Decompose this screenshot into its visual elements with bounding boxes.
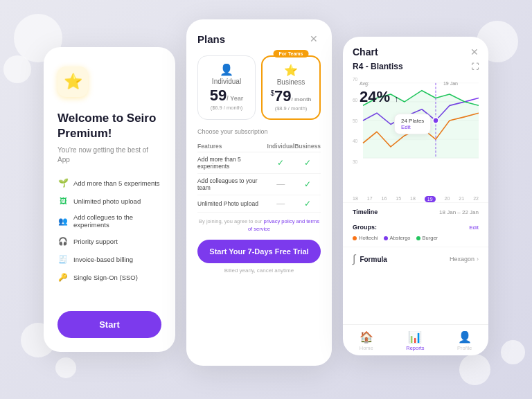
welcome-title: Welcome to Seiro Premium! — [57, 111, 161, 141]
features-table: Features Individual Business Add more th… — [197, 141, 321, 213]
date-label: 19 Jan — [443, 81, 458, 86]
chart-subtitle: R4 - Blantiss ⛶ — [343, 62, 488, 76]
business-price: $79/ month — [268, 89, 314, 104]
formula-right: Hexagon › — [450, 256, 479, 263]
timeline-row: Timeline 18 Jan – 22 Jan — [343, 202, 488, 221]
business-check: ✓ — [294, 152, 321, 174]
chart-stats-area: Avg: 19 Jan 24% ↑ 70 60 50 40 30 — [353, 76, 479, 200]
chart-close-button[interactable]: ✕ — [470, 46, 479, 57]
nav-reports-label: Reports — [406, 345, 424, 351]
expand-icon[interactable]: ⛶ — [471, 62, 479, 71]
feature-text: Invoice-based billing — [73, 256, 133, 263]
invoice-icon: 🧾 — [57, 254, 69, 265]
business-check: ✓ — [294, 174, 321, 195]
feature-text: Unlimited photo upload — [73, 197, 141, 205]
percent-value: 24% ↑ — [360, 88, 398, 106]
timeline-label: Timeline — [353, 209, 378, 215]
table-row: Add more than 5 experiments ✓ ✓ — [197, 152, 321, 174]
feature-name: Add colleagues to your team — [197, 174, 267, 195]
individual-check: — — [267, 174, 295, 195]
formula-label: Formula — [360, 256, 387, 263]
individual-per-month: ($6.9 / month) — [204, 105, 249, 111]
star-icon: ⭐ — [64, 73, 82, 91]
star-icon-wrap: ⭐ — [57, 66, 88, 97]
groups-label: Groups: — [353, 224, 377, 231]
chart-card: Chart ✕ R4 - Blantiss ⛶ Avg: 19 Jan 24% … — [343, 37, 488, 355]
feature-text: Add collegues to the experiments — [73, 213, 161, 229]
table-row: Unlimited Photo upload — ✓ — [197, 195, 321, 213]
close-button[interactable]: ✕ — [307, 32, 321, 46]
groups-edit-button[interactable]: Edit — [469, 224, 479, 231]
nav-profile-label: Profile — [457, 345, 472, 351]
start-button[interactable]: Start — [57, 311, 161, 338]
tooltip-plates: 24 Plates — [401, 118, 424, 124]
hottechi-dot — [353, 236, 357, 240]
nav-home[interactable]: 🏠 Home — [360, 330, 373, 351]
welcome-card: ⭐ Welcome to Seiro Premium! You're now g… — [44, 47, 175, 352]
subscription-label: Choose your subscription — [197, 128, 321, 135]
individual-price: 59/ Year — [204, 88, 249, 103]
welcome-subtitle: You're now getting the best of App — [57, 145, 161, 165]
formula-left: ∫ Formula — [353, 253, 387, 265]
business-check: ✓ — [294, 195, 321, 213]
privacy-link[interactable]: privacy policy and terms of service — [248, 218, 319, 232]
individual-name: Individual — [204, 78, 249, 85]
list-item: 🧾 Invoice-based billing — [57, 254, 161, 265]
legend-abstergo: Abstergo — [384, 235, 411, 241]
nav-home-label: Home — [360, 345, 373, 351]
privacy-note: By joining, you agree to our privacy pol… — [197, 218, 321, 233]
individual-icon: 👤 — [204, 63, 249, 76]
image-icon: 🖼 — [57, 195, 69, 206]
plans-card: Plans ✕ 👤 Individual 59/ Year ($6.9 / mo… — [186, 19, 332, 366]
feature-name: Unlimited Photo upload — [197, 195, 267, 213]
avg-label: Avg: — [360, 81, 369, 86]
individual-check: — — [267, 195, 295, 213]
formula-symbol: ∫ — [353, 253, 355, 265]
home-icon: 🏠 — [360, 330, 373, 344]
business-icon: ⭐ — [268, 64, 314, 77]
table-row: Add colleagues to your team — ✓ — [197, 174, 321, 195]
trial-button[interactable]: Start Your 7-Days Free Trial — [197, 240, 321, 263]
individual-check: ✓ — [267, 152, 295, 174]
plan-badge: For Teams — [274, 50, 309, 57]
feature-text: Single Sign-On (SSO) — [73, 274, 138, 281]
individual-plan[interactable]: 👤 Individual 59/ Year ($6.9 / month) — [197, 55, 256, 120]
business-per-month: ($8.9 / month) — [268, 105, 314, 112]
business-name: Business — [268, 78, 314, 86]
feature-text: Priority support — [73, 238, 118, 245]
abstergo-label: Abstergo — [390, 235, 411, 241]
business-plan[interactable]: For Teams ⭐ Business $79/ month ($8.9 / … — [261, 55, 321, 120]
trend-arrow: ↑ — [394, 94, 398, 104]
feature-name: Add more than 5 experiments — [197, 152, 267, 174]
abstergo-dot — [384, 236, 388, 240]
tooltip-edit[interactable]: Edit — [401, 124, 424, 130]
chart-title: Chart — [353, 46, 378, 57]
bottom-nav: 🏠 Home 📊 Reports 👤 Profile — [343, 324, 488, 355]
timeline-dates: 18 Jan – 22 Jan — [439, 209, 479, 215]
profile-icon: 👤 — [458, 330, 472, 344]
legend-hottechi: Hottechi — [353, 235, 378, 241]
burger-label: Burger — [423, 235, 438, 241]
plans-header: Plans ✕ — [197, 32, 321, 46]
nav-reports[interactable]: 📊 Reports — [406, 330, 424, 351]
list-item: 🔑 Single Sign-On (SSO) — [57, 272, 161, 283]
formula-row[interactable]: ∫ Formula Hexagon › — [343, 247, 488, 271]
legend-burger: Burger — [416, 235, 438, 241]
key-icon: 🔑 — [57, 272, 69, 283]
col-features: Features — [197, 141, 267, 152]
svg-point-7 — [433, 118, 438, 124]
col-individual: Individual — [267, 141, 295, 152]
nav-profile[interactable]: 👤 Profile — [457, 330, 472, 351]
flask-icon: 🌱 — [57, 177, 69, 188]
people-icon: 👥 — [57, 215, 69, 227]
list-item: 🖼 Unlimited photo upload — [57, 195, 161, 206]
list-item: 🌱 Add more than 5 experiments — [57, 177, 161, 188]
plans-title: Plans — [197, 33, 225, 45]
formula-value: Hexagon — [450, 256, 475, 263]
plan-options: 👤 Individual 59/ Year ($6.9 / month) For… — [197, 55, 321, 120]
groups-row: Groups: Edit — [343, 221, 488, 235]
hottechi-label: Hottechi — [359, 235, 378, 241]
list-item: 👥 Add collegues to the experiments — [57, 213, 161, 229]
billed-note: Billed yearly, cancel anytime — [197, 267, 321, 274]
list-item: 🎧 Priority support — [57, 236, 161, 247]
